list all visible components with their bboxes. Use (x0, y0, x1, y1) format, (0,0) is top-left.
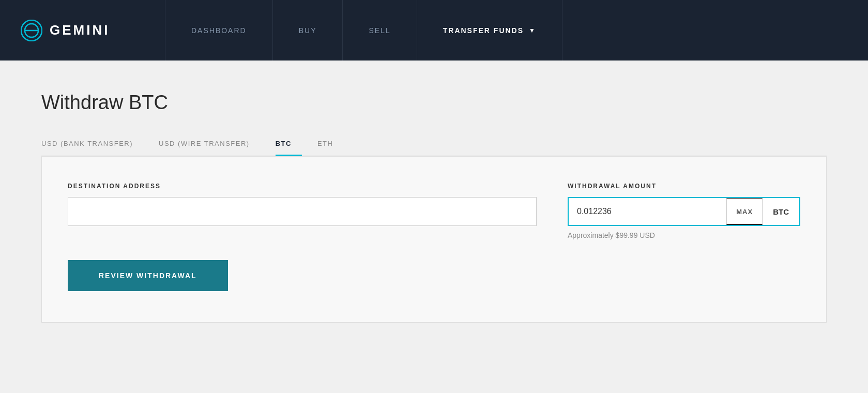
amount-input[interactable] (569, 198, 726, 225)
nav-item-dashboard[interactable]: DASHBOARD (165, 0, 273, 61)
withdrawal-form: DESTINATION ADDRESS WITHDRAWAL AMOUNT MA… (41, 156, 827, 323)
currency-label: BTC (763, 198, 799, 225)
main-nav: DASHBOARD BUY SELL TRANSFER FUNDS ▼ (165, 0, 868, 61)
logo-section: GEMINI (0, 0, 165, 61)
chevron-down-icon: ▼ (529, 27, 536, 34)
tab-eth[interactable]: ETH (317, 134, 344, 156)
max-button[interactable]: MAX (726, 198, 763, 225)
nav-item-transfer[interactable]: TRANSFER FUNDS ▼ (417, 0, 562, 61)
main-content: Withdraw BTC USD (BANK TRANSFER) USD (WI… (0, 61, 868, 393)
amount-input-wrapper: MAX BTC (568, 197, 800, 226)
approx-amount: Approximately $99.99 USD (568, 231, 800, 239)
amount-label: WITHDRAWAL AMOUNT (568, 183, 800, 190)
form-row: DESTINATION ADDRESS WITHDRAWAL AMOUNT MA… (68, 183, 800, 239)
destination-group: DESTINATION ADDRESS (68, 183, 537, 226)
currency-tabs: USD (BANK TRANSFER) USD (WIRE TRANSFER) … (41, 134, 827, 156)
page-title: Withdraw BTC (41, 92, 827, 114)
tab-btc[interactable]: BTC (276, 134, 302, 156)
tab-usd-bank[interactable]: USD (BANK TRANSFER) (41, 134, 143, 156)
gemini-logo-icon (21, 20, 42, 41)
nav-item-sell[interactable]: SELL (343, 0, 417, 61)
nav-item-buy[interactable]: BUY (273, 0, 343, 61)
destination-address-input[interactable] (68, 197, 537, 226)
header: GEMINI DASHBOARD BUY SELL TRANSFER FUNDS… (0, 0, 868, 61)
tab-usd-wire[interactable]: USD (WIRE TRANSFER) (159, 134, 260, 156)
logo-text: GEMINI (50, 22, 110, 38)
amount-group: WITHDRAWAL AMOUNT MAX BTC Approximately … (568, 183, 800, 239)
destination-label: DESTINATION ADDRESS (68, 183, 537, 190)
review-withdrawal-button[interactable]: REVIEW WITHDRAWAL (68, 260, 228, 291)
